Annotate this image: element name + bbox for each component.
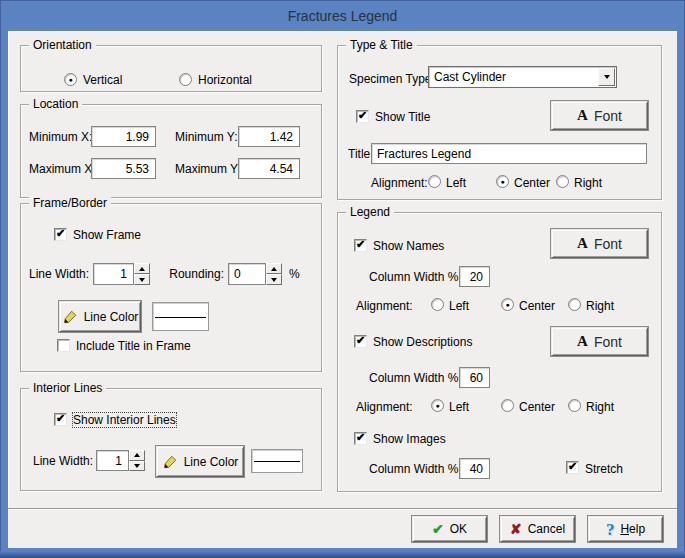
names-align-center-label[interactable]: Center	[519, 299, 555, 313]
radio-dot: ●	[500, 178, 504, 185]
x-icon: ✘	[510, 522, 522, 536]
names-align-center-radio[interactable]: ●	[501, 298, 514, 311]
show-interior-lines-label[interactable]: Show Interior Lines	[73, 413, 176, 427]
checkbox-check-icon: ✔	[356, 335, 365, 346]
descriptions-align-right-radio[interactable]	[568, 399, 581, 412]
names-column-width-input[interactable]: 20	[459, 266, 490, 287]
show-frame-label[interactable]: Show Frame	[73, 228, 141, 242]
specimen-type-select[interactable]: Cast Cylinder	[428, 66, 617, 88]
title-input[interactable]: Fractures Legend	[371, 143, 647, 164]
show-names-label[interactable]: Show Names	[373, 239, 444, 253]
spinner-down-button[interactable]	[129, 461, 145, 472]
interior-line-width-spinner[interactable]	[129, 450, 145, 471]
maximum-x-label: Maximum X:	[29, 162, 87, 176]
descriptions-align-center-radio[interactable]	[501, 399, 514, 412]
combo-dropdown-button[interactable]	[598, 68, 615, 86]
show-title-checkbox[interactable]: ✔	[356, 110, 369, 123]
interior-line-color-button[interactable]: Line Color	[156, 446, 244, 477]
frame-line-width-spinner[interactable]	[134, 263, 150, 285]
show-descriptions-label[interactable]: Show Descriptions	[373, 335, 472, 349]
radio-dot: ●	[505, 301, 509, 308]
names-align-right-label[interactable]: Right	[586, 299, 614, 313]
spinner-down-icon	[139, 278, 145, 282]
images-column-width-input[interactable]: 40	[459, 458, 490, 479]
names-alignment-label: Alignment:	[356, 299, 413, 313]
window-title: Fractures Legend	[288, 8, 398, 24]
show-names-checkbox[interactable]: ✔	[354, 239, 367, 252]
names-align-left-radio[interactable]	[431, 298, 444, 311]
orientation-horizontal-radio[interactable]	[179, 73, 192, 86]
font-a-icon: A	[577, 333, 588, 350]
orientation-vertical-radio[interactable]: ●	[64, 73, 77, 86]
orientation-vertical-label[interactable]: Vertical	[83, 73, 122, 87]
title-align-left-radio[interactable]	[428, 175, 441, 188]
checkbox-check-icon: ✔	[568, 461, 577, 472]
maximum-y-input[interactable]: 4.54	[238, 158, 300, 179]
show-frame-checkbox[interactable]: ✔	[54, 228, 67, 241]
descriptions-align-right-label[interactable]: Right	[586, 400, 614, 414]
title-align-left-label[interactable]: Left	[446, 176, 466, 190]
font-a-icon: A	[577, 107, 588, 124]
legend-group-title: Legend	[346, 205, 394, 219]
title-align-center-radio[interactable]: ●	[496, 175, 509, 188]
help-button[interactable]: ? Help	[588, 516, 663, 542]
checkbox-check-icon: ✔	[358, 110, 367, 121]
legend-group: Legend ✔ Show Names A Font Column Width …	[337, 212, 662, 492]
rounding-input[interactable]: 0	[228, 263, 266, 285]
question-mark-icon: ?	[606, 521, 615, 538]
title-field-label: Title:	[348, 147, 374, 161]
maximum-x-input[interactable]: 5.53	[91, 158, 156, 179]
include-title-in-frame-checkbox[interactable]	[57, 339, 70, 352]
specimen-type-label: Specimen Type:	[349, 72, 435, 86]
title-align-center-label[interactable]: Center	[514, 176, 550, 190]
descriptions-column-width-label: Column Width %:	[369, 371, 462, 385]
orientation-horizontal-label[interactable]: Horizontal	[198, 73, 252, 87]
descriptions-align-left-label[interactable]: Left	[449, 400, 469, 414]
spinner-down-button[interactable]	[266, 274, 282, 285]
title-font-button[interactable]: A Font	[551, 101, 648, 130]
ok-button-label: OK	[450, 522, 467, 536]
spinner-up-icon	[139, 267, 145, 271]
include-title-in-frame-label[interactable]: Include Title in Frame	[76, 339, 191, 353]
spinner-up-button[interactable]	[266, 263, 282, 274]
descriptions-align-center-label[interactable]: Center	[519, 400, 555, 414]
interior-lines-group: Interior Lines ✔ Show Interior Lines Lin…	[20, 388, 322, 491]
interior-lines-group-title: Interior Lines	[29, 381, 106, 395]
spinner-down-button[interactable]	[134, 274, 150, 285]
title-align-right-radio[interactable]	[556, 175, 569, 188]
descriptions-align-left-radio[interactable]: ●	[431, 399, 444, 412]
show-images-checkbox[interactable]: ✔	[354, 432, 367, 445]
descriptions-font-button[interactable]: A Font	[551, 327, 648, 356]
ok-button[interactable]: ✔ OK	[412, 516, 487, 542]
radio-dot: ●	[435, 402, 439, 409]
show-images-label[interactable]: Show Images	[373, 432, 446, 446]
spinner-up-button[interactable]	[134, 263, 150, 274]
spinner-up-button[interactable]	[129, 450, 145, 461]
spinner-down-icon	[271, 278, 277, 282]
location-group: Location Minimum X: 1.99 Minimum Y: 1.42…	[20, 104, 322, 198]
type-title-group: Type & Title Specimen Type: Cast Cylinde…	[337, 45, 662, 200]
stretch-checkbox[interactable]: ✔	[566, 461, 579, 474]
stretch-label[interactable]: Stretch	[585, 462, 623, 476]
title-align-right-label[interactable]: Right	[574, 176, 602, 190]
dropdown-arrow-icon	[604, 75, 610, 79]
cancel-button-label: Cancel	[528, 522, 565, 536]
show-descriptions-checkbox[interactable]: ✔	[354, 335, 367, 348]
minimum-x-input[interactable]: 1.99	[91, 126, 156, 147]
descriptions-alignment-label: Alignment:	[356, 400, 413, 414]
frame-line-width-input[interactable]: 1	[93, 263, 134, 285]
names-font-button[interactable]: A Font	[551, 229, 648, 258]
names-align-right-radio[interactable]	[568, 298, 581, 311]
cancel-button[interactable]: ✘ Cancel	[500, 516, 575, 542]
frame-border-group-title: Frame/Border	[29, 196, 111, 210]
show-interior-lines-checkbox[interactable]: ✔	[54, 413, 67, 426]
names-font-button-label: Font	[594, 236, 622, 252]
descriptions-column-width-input[interactable]: 60	[459, 367, 490, 388]
frame-line-color-button[interactable]: Line Color	[59, 301, 141, 332]
interior-line-color-preview	[251, 449, 303, 473]
interior-line-width-input[interactable]: 1	[96, 450, 129, 471]
rounding-spinner[interactable]	[266, 263, 282, 285]
minimum-y-input[interactable]: 1.42	[238, 126, 300, 147]
show-title-label[interactable]: Show Title	[375, 110, 430, 124]
names-align-left-label[interactable]: Left	[449, 299, 469, 313]
